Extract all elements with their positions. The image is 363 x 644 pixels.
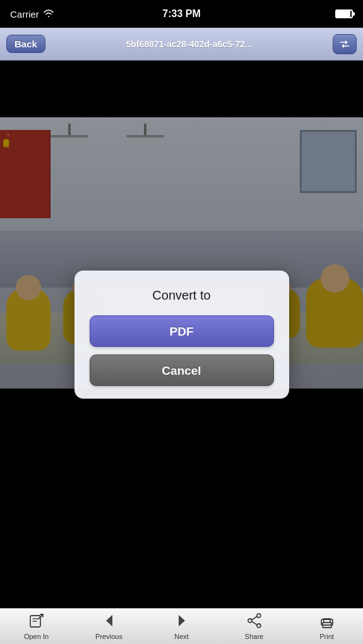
svg-line-7 <box>251 621 256 624</box>
modal-box: Convert to PDF Cancel <box>74 271 289 399</box>
previous-icon <box>101 612 117 631</box>
svg-marker-2 <box>179 615 185 626</box>
share-label: Share <box>245 633 263 640</box>
print-icon <box>319 612 335 631</box>
svg-point-10 <box>330 622 331 623</box>
next-icon <box>174 612 190 631</box>
toolbar-item-share[interactable]: Share <box>218 609 290 644</box>
toolbar-item-next[interactable]: Next <box>145 609 218 644</box>
status-bar: Carrier 7:33 PM <box>0 0 363 28</box>
carrier-label: Carrier <box>10 9 39 20</box>
status-left: Carrier <box>10 9 54 20</box>
status-right <box>335 9 353 18</box>
toolbar-item-print[interactable]: Print <box>290 609 363 644</box>
share-icon <box>246 612 263 631</box>
print-label: Print <box>319 633 334 640</box>
toolbar-item-open-in[interactable]: Open In <box>0 609 73 644</box>
previous-label: Previous <box>95 633 122 640</box>
open-in-icon <box>28 612 45 631</box>
svg-marker-1 <box>106 615 112 626</box>
next-label: Next <box>174 633 189 640</box>
back-button[interactable]: Back <box>6 35 45 53</box>
svg-point-3 <box>257 614 261 618</box>
modal-overlay: Convert to PDF Cancel <box>0 61 363 608</box>
battery-icon <box>335 9 353 18</box>
toolbar-item-previous[interactable]: Previous <box>73 609 145 644</box>
pdf-button[interactable]: PDF <box>90 315 274 347</box>
svg-point-5 <box>257 624 261 628</box>
toolbar: Open In Previous Next S <box>0 608 363 644</box>
open-in-label: Open In <box>24 633 49 640</box>
cancel-button[interactable]: Cancel <box>90 354 274 386</box>
modal-title: Convert to <box>152 288 210 303</box>
nav-title: 5bf68871-ac28-402d-a6c5-72... <box>51 39 328 49</box>
svg-point-4 <box>248 619 252 623</box>
status-time: 7:33 PM <box>162 8 200 20</box>
nav-bar: Back 5bf68871-ac28-402d-a6c5-72... <box>0 28 363 61</box>
swap-button[interactable] <box>333 34 357 54</box>
wifi-icon <box>43 9 54 20</box>
svg-line-6 <box>251 616 256 619</box>
main-content: 海外华裔青少年"中国寻根 Convert <box>0 61 363 608</box>
